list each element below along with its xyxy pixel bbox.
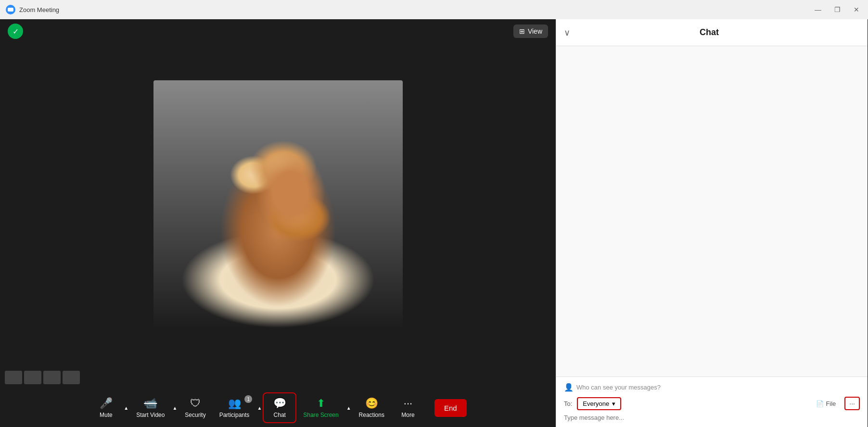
share-screen-button[interactable]: ⬆ Share Screen xyxy=(296,393,345,422)
avatar-thumb-1 xyxy=(5,371,22,384)
mute-button[interactable]: 🎤 Mute xyxy=(89,393,123,422)
file-icon: 📄 xyxy=(816,400,824,407)
chat-more-button[interactable]: ··· xyxy=(844,397,860,410)
mute-label: Mute xyxy=(100,412,113,418)
view-button[interactable]: ⊞ View xyxy=(513,25,548,38)
chat-icon: 💬 xyxy=(273,397,286,410)
reactions-label: Reactions xyxy=(359,412,384,418)
video-canvas xyxy=(0,43,556,366)
file-button[interactable]: 📄 File xyxy=(816,400,836,407)
participants-label: Participants xyxy=(219,412,250,418)
video-icon: 📹 xyxy=(144,397,157,410)
window-controls: — ❐ ✕ xyxy=(812,4,862,15)
participants-count: 1 xyxy=(244,395,252,403)
start-video-button[interactable]: 📹 Start Video xyxy=(129,393,171,422)
title-bar: Zoom Meeting — ❐ ✕ xyxy=(0,0,868,19)
security-icon: 🛡 xyxy=(190,397,201,410)
chat-to-row: To: Everyone ▾ 📄 File ··· xyxy=(564,397,860,410)
end-button[interactable]: End xyxy=(434,399,467,417)
dropdown-chevron-icon: ▾ xyxy=(612,400,615,407)
title-bar-left: Zoom Meeting xyxy=(6,5,59,14)
avatar-thumb-3 xyxy=(43,371,61,384)
avatar-row xyxy=(0,366,556,389)
mute-arrow[interactable]: ▲ xyxy=(123,403,129,413)
video-arrow[interactable]: ▲ xyxy=(171,403,178,413)
zoom-logo xyxy=(6,5,15,14)
to-label: To: xyxy=(564,400,572,407)
chat-label: Chat xyxy=(274,412,286,418)
chat-button[interactable]: 💬 Chat xyxy=(263,392,296,423)
share-screen-icon: ⬆ xyxy=(317,397,325,410)
video-top-bar: ✓ ⊞ View xyxy=(0,19,556,43)
participant-video xyxy=(153,80,403,329)
to-value: Everyone xyxy=(583,400,609,407)
security-button[interactable]: 🛡 Security xyxy=(178,393,212,422)
participants-icon: 👥 xyxy=(228,397,241,410)
share-screen-label: Share Screen xyxy=(303,412,338,418)
dog-image xyxy=(153,80,403,329)
chat-messages-area[interactable] xyxy=(556,46,868,377)
grid-icon: ⊞ xyxy=(519,27,525,35)
to-everyone-dropdown[interactable]: Everyone ▾ xyxy=(577,397,621,410)
more-icon: ··· xyxy=(404,397,412,410)
chat-panel-title: Chat xyxy=(700,27,719,38)
app-title: Zoom Meeting xyxy=(19,6,59,13)
start-video-label: Start Video xyxy=(136,412,165,418)
avatar-thumb-4 xyxy=(63,371,80,384)
file-label: File xyxy=(826,400,836,407)
security-shield-icon: ✓ xyxy=(8,24,23,39)
who-sees-text: Who can see your messages? xyxy=(576,384,661,391)
toolbar: 🎤 Mute ▲ 📹 Start Video ▲ 🛡 Security 👥 Pa… xyxy=(0,389,556,427)
who-sees-row: 👤 Who can see your messages? xyxy=(564,383,860,392)
reactions-button[interactable]: 😊 Reactions xyxy=(352,393,391,422)
reactions-icon: 😊 xyxy=(365,397,378,410)
share-arrow[interactable]: ▲ xyxy=(345,403,352,413)
maximize-button[interactable]: ❐ xyxy=(831,4,843,15)
chat-collapse-button[interactable]: ∨ xyxy=(564,27,570,38)
chat-footer: 👤 Who can see your messages? To: Everyon… xyxy=(556,377,868,427)
chat-input-row xyxy=(564,414,860,421)
chat-message-input[interactable] xyxy=(564,414,860,421)
more-label: More xyxy=(401,412,414,418)
video-section: ✓ ⊞ View 🎤 Mute ▲ xyxy=(0,19,556,427)
close-button[interactable]: ✕ xyxy=(851,4,862,15)
chat-header: ∨ Chat xyxy=(556,19,868,46)
mute-icon: 🎤 xyxy=(100,397,113,410)
who-sees-icon: 👤 xyxy=(564,383,574,392)
avatar-thumb-2 xyxy=(24,371,41,384)
participants-button[interactable]: 👥 Participants 1 xyxy=(213,393,256,422)
main-area: ✓ ⊞ View 🎤 Mute ▲ xyxy=(0,19,868,427)
participants-arrow[interactable]: ▲ xyxy=(256,403,263,413)
more-button[interactable]: ··· More xyxy=(391,393,425,422)
security-label: Security xyxy=(185,412,205,418)
view-label: View xyxy=(528,27,542,35)
chat-more-dots-icon: ··· xyxy=(849,400,855,407)
minimize-button[interactable]: — xyxy=(812,4,824,15)
chat-panel: ∨ Chat 👤 Who can see your messages? To: … xyxy=(556,19,868,427)
